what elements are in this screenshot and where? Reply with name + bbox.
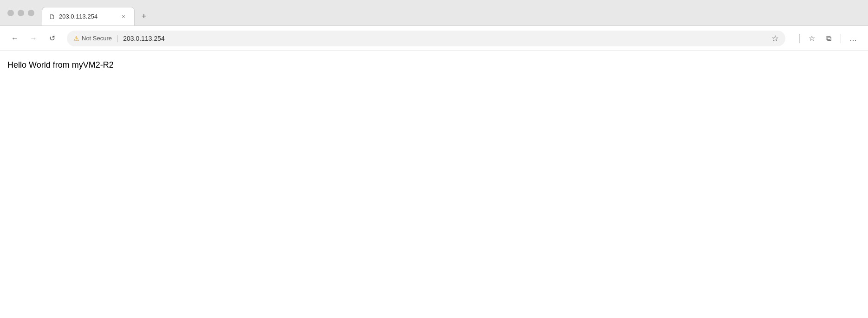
address-input-wrapper[interactable]: ⚠ Not Secure | 203.0.113.254 ☆ [67,31,785,46]
reload-button[interactable]: ↺ [45,31,59,46]
active-tab[interactable]: 🗋 203.0.113.254 × [42,7,135,25]
security-label: Not Secure [82,35,112,42]
collections-button[interactable]: ⧉ [821,31,836,46]
traffic-light-minimize[interactable] [18,10,24,16]
reading-list-button[interactable]: ☆ [804,31,819,46]
tab-bar: 🗋 203.0.113.254 × + [42,0,861,25]
title-bar: 🗋 203.0.113.254 × + [0,0,868,26]
page-content: Hello World from myVM2-R2 [0,51,868,318]
traffic-lights [7,10,34,16]
tab-close-button[interactable]: × [119,13,128,21]
warning-icon: ⚠ [73,35,79,42]
new-tab-button[interactable]: + [136,9,151,24]
address-separator: | [117,34,118,43]
toolbar-separator-1 [799,34,800,43]
security-warning: ⚠ Not Secure [73,35,112,42]
address-bar: ← → ↺ ⚠ Not Secure | 203.0.113.254 ☆ ☆ ⧉… [0,26,868,51]
back-button[interactable]: ← [7,31,22,46]
toolbar-separator-2 [841,34,841,43]
traffic-light-maximize[interactable] [28,10,34,16]
more-button[interactable]: … [846,31,861,46]
more-icon: … [849,34,857,43]
reading-list-icon: ☆ [809,34,815,43]
toolbar-right: ☆ ⧉ … [797,31,861,46]
tab-title: 203.0.113.254 [59,13,116,20]
traffic-light-close[interactable] [7,10,14,16]
forward-button[interactable]: → [26,31,41,46]
collections-icon: ⧉ [826,34,831,43]
page-text: Hello World from myVM2-R2 [7,60,861,70]
tab-page-icon: 🗋 [49,13,55,20]
favorite-star-icon[interactable]: ☆ [771,33,779,44]
address-text: 203.0.113.254 [123,35,768,42]
